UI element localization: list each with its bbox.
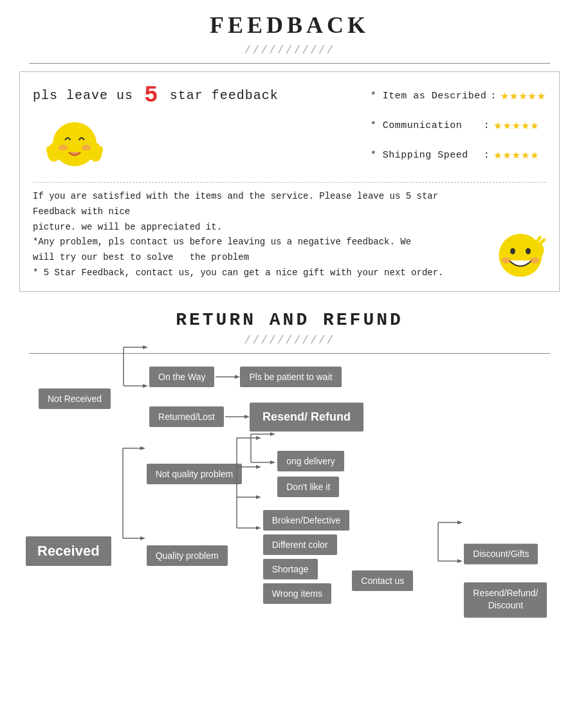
different-color-box: Different color [263,534,350,555]
dashed-divider [33,182,546,183]
on-the-way-box: On the Way [149,367,214,387]
feedback-line-3: *Any problem, pls contact us before leav… [33,235,482,250]
star-row-3: * Shipping Speed : ★★★★★ [371,141,546,170]
stars-3: ★★★★★ [493,141,539,170]
flow2-quality-subs: Broken/Defective Different color Shortag… [228,510,350,604]
feedback-title-section: FEEDBACK [0,0,579,42]
shortage-box: Shortage [263,559,350,579]
hr-divider-2 [29,353,550,354]
flow1-branch-top: On the Way Pls be patient to wait [149,367,363,387]
branch-svg-4 [228,493,260,621]
stars-2: ★★★★★ [493,112,539,140]
emoji-face-1 [46,116,104,174]
feedback-left: pls leave us 5 star feedback [33,82,279,174]
svg-point-6 [50,143,55,151]
svg-marker-25 [244,415,250,419]
resend-refund-box: Resend/ Refund [250,403,363,432]
not-quality-box: Not quality problem [147,464,243,484]
flow2-mid: Not quality problem on [111,451,381,651]
flow2-inner: Received Not quality problem [26,451,560,651]
flow2: Received Not quality problem [26,451,560,651]
feedback-bottom-wrap: If you are satisfied with the items and … [33,189,546,281]
flowchart-wrapper: Not Received [0,367,579,651]
flow2-quality-row: Quality problem [147,510,381,651]
zigzag-decor-1: /////////// [0,44,579,57]
svg-marker-34 [270,432,275,436]
contact-us-col: Contact us [352,510,378,651]
feedback-body: If you are satisfied with the items and … [33,189,482,281]
svg-marker-51 [457,560,463,563]
returned-lost-box: Returned/Lost [149,406,224,427]
star-row-1: * Item as Described : ★★★★★ [371,82,546,111]
flow1: Not Received [39,367,560,432]
svg-point-1 [59,145,68,150]
star-label-3: * Shipping Speed [371,146,480,165]
dont-like-box: Don't like it [277,477,344,497]
svg-marker-44 [256,526,261,530]
svg-point-16 [533,243,544,257]
pls-before: pls leave us [33,88,133,103]
feedback-line-5: * 5 Star Feedback, contact us, you can g… [33,266,482,281]
flow2-not-quality-subs: ong delivery Don't like it [242,451,344,497]
patient-wait-box: Pls be patient to wait [240,367,341,387]
svg-marker-29 [140,446,145,450]
pls-text: pls leave us 5 star feedback [33,82,279,109]
flow1-inner: Not Received [39,367,560,432]
svg-marker-23 [235,375,240,379]
arrow-1 [214,370,240,383]
emoji-face-2 [495,230,546,281]
branch-svg-5 [438,542,477,619]
flow2-not-quality-row: Not quality problem on [147,451,381,497]
feedback-box: pls leave us 5 star feedback [19,71,560,292]
svg-point-2 [82,145,91,150]
branch-svg-3 [242,448,274,500]
star-row-2: * Communication : ★★★★★ [371,112,546,140]
feedback-right: * Item as Described : ★★★★★ * Communicat… [371,82,546,171]
star-label-1: * Item as Described [371,87,487,106]
zigzag-decor-2: /////////// [0,334,579,347]
stars-1: ★★★★★ [501,82,546,111]
pls-five: 5 [144,82,159,109]
return-title-section: RETURN AND REFUND [0,304,579,332]
star-label-2: * Communication [371,116,480,136]
not-received-box: Not Received [39,388,111,409]
svg-point-10 [510,248,515,255]
quality-box: Quality problem [147,545,228,566]
wrong-items-box: Wrong items [263,583,350,604]
svg-marker-30 [140,536,145,540]
svg-point-12 [501,257,510,264]
feedback-line-4: will try our best to solve the problem [33,250,482,266]
svg-marker-41 [256,436,261,440]
svg-point-11 [526,248,531,255]
pls-after: star feedback [170,88,279,103]
feedback-line-1: If you are satisfied with the items and … [33,189,482,220]
svg-marker-21 [143,384,148,388]
long-delivery-box: ong delivery [277,451,344,471]
svg-marker-50 [457,521,463,525]
received-box: Received [26,536,111,566]
svg-point-0 [53,122,96,166]
return-title: RETURN AND REFUND [0,310,579,330]
svg-marker-35 [270,460,275,464]
flow1-branches: On the Way Pls be patient to wait Return… [111,367,363,432]
branch-svg-1 [111,367,149,431]
broken-box: Broken/Defective [263,510,350,531]
branch-svg-2 [111,493,143,609]
arrow-2 [224,410,250,423]
svg-point-8 [94,143,100,151]
feedback-title: FEEDBACK [0,12,579,39]
flow1-branch-bot: Returned/Lost Resend/ Refund [149,403,363,432]
svg-point-13 [530,257,539,264]
feedback-top: pls leave us 5 star feedback [33,82,546,174]
feedback-line-2: picture. we will be appreciated it. [33,220,482,235]
hr-divider-1 [29,63,550,64]
